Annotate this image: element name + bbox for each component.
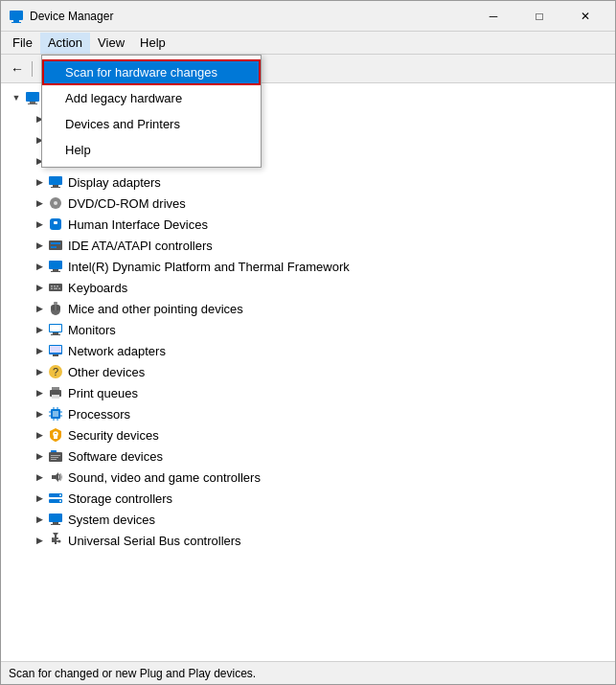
svg-rect-39: [54, 302, 57, 305]
system-expand[interactable]: [32, 512, 47, 527]
svg-rect-4: [30, 102, 35, 103]
toolbar-separator: [32, 61, 33, 77]
keyboards-icon: [47, 279, 64, 296]
software-expand[interactable]: [32, 448, 47, 464]
hid-expand[interactable]: [32, 217, 47, 232]
svg-rect-33: [51, 288, 53, 290]
tree-item-security[interactable]: Security devices: [24, 424, 615, 445]
keyboards-expand[interactable]: [32, 280, 47, 295]
svg-marker-78: [53, 533, 58, 537]
tree-item-mice[interactable]: Mice and other pointing devices: [24, 298, 615, 319]
dropdown-add-legacy[interactable]: Add legacy hardware: [42, 85, 261, 111]
tree-item-storage[interactable]: Storage controllers: [24, 488, 615, 509]
svg-point-20: [54, 201, 57, 205]
tree-item-network[interactable]: Network adapters: [24, 340, 615, 361]
network-expand[interactable]: [32, 343, 47, 358]
tree-item-dvd[interactable]: DVD/CD-ROM drives: [24, 193, 615, 214]
software-icon: [47, 447, 64, 465]
svg-rect-34: [54, 288, 57, 290]
mice-expand[interactable]: [32, 301, 47, 316]
tree-item-system[interactable]: System devices: [24, 509, 615, 530]
display-expand[interactable]: [32, 174, 47, 190]
processors-expand[interactable]: [32, 406, 47, 422]
security-expand[interactable]: [32, 427, 47, 443]
minimize-button[interactable]: ─: [471, 4, 515, 29]
action-dropdown-menu: Scan for hardware changes Add legacy har…: [41, 55, 262, 168]
status-bar: Scan for changed or new Plug and Play de…: [1, 661, 615, 684]
svg-rect-3: [26, 92, 39, 102]
monitors-label: Monitors: [68, 323, 116, 337]
usb-expand[interactable]: [32, 533, 47, 548]
display-icon: [47, 173, 64, 191]
print-expand[interactable]: [32, 385, 47, 400]
svg-rect-29: [49, 284, 62, 291]
security-icon: [47, 426, 64, 444]
svg-rect-66: [51, 455, 60, 456]
svg-rect-35: [58, 288, 60, 290]
menu-action[interactable]: Action: [40, 33, 90, 54]
monitors-expand[interactable]: [32, 322, 47, 337]
back-button[interactable]: ←: [5, 57, 30, 80]
menu-view[interactable]: View: [90, 33, 132, 54]
menu-bar: File Action View Help Scan for hardware …: [1, 32, 615, 55]
mice-icon: [47, 300, 64, 317]
tree-item-sound[interactable]: Sound, video and game controllers: [24, 467, 615, 488]
dvd-expand[interactable]: [32, 195, 47, 211]
root-expand-arrow[interactable]: [9, 90, 24, 105]
svg-rect-28: [51, 271, 60, 272]
svg-rect-41: [50, 325, 61, 331]
device-tree[interactable]: DESKTOP-USER Cameras Computer: [1, 83, 615, 661]
svg-rect-42: [53, 332, 58, 334]
tree-item-intel[interactable]: Intel(R) Dynamic Platform and Thermal Fr…: [24, 256, 615, 277]
storage-expand[interactable]: [32, 491, 47, 506]
sound-expand[interactable]: [32, 469, 47, 485]
other-icon: ?: [47, 363, 64, 380]
tree-item-monitors[interactable]: Monitors: [24, 319, 615, 340]
svg-rect-24: [51, 242, 60, 244]
sound-label: Sound, video and game controllers: [68, 470, 261, 485]
tree-item-print[interactable]: Print queues: [24, 382, 615, 403]
menu-file[interactable]: File: [5, 33, 40, 54]
window-title: Device Manager: [30, 10, 471, 23]
storage-label: Storage controllers: [68, 491, 172, 506]
tree-item-display[interactable]: Display adapters: [24, 171, 615, 193]
tree-item-ide[interactable]: IDE ATA/ATAPI controllers: [24, 235, 615, 256]
monitors-icon: [47, 321, 64, 338]
hid-label: Human Interface Devices: [68, 217, 208, 232]
title-bar: Device Manager ─ □ ✕: [1, 1, 615, 32]
ide-icon: [47, 237, 64, 254]
other-expand[interactable]: [32, 364, 47, 379]
svg-point-72: [59, 494, 61, 496]
svg-rect-1: [13, 20, 19, 22]
svg-rect-16: [49, 176, 62, 185]
dropdown-scan-hardware[interactable]: Scan for hardware changes: [42, 59, 261, 85]
tree-item-usb[interactable]: Universal Serial Bus controllers: [24, 530, 615, 551]
svg-rect-53: [53, 411, 58, 417]
svg-rect-75: [53, 522, 58, 524]
svg-rect-76: [51, 524, 60, 525]
svg-rect-25: [51, 246, 57, 248]
svg-rect-82: [52, 537, 54, 539]
svg-rect-0: [10, 11, 23, 20]
close-button[interactable]: ✕: [563, 4, 607, 29]
processors-icon: [47, 405, 64, 422]
intel-label: Intel(R) Dynamic Platform and Thermal Fr…: [68, 260, 350, 274]
svg-rect-32: [57, 285, 58, 287]
dropdown-help[interactable]: Help: [42, 137, 261, 163]
tree-children: Cameras Computer Disk drives: [5, 108, 615, 551]
tree-item-software[interactable]: Software devices: [24, 445, 615, 467]
tree-item-keyboards[interactable]: Keyboards: [24, 277, 615, 298]
svg-rect-45: [50, 346, 61, 353]
menu-help[interactable]: Help: [132, 33, 173, 54]
svg-text:?: ?: [53, 366, 58, 377]
tree-item-other[interactable]: ? Other devices: [24, 361, 615, 382]
ide-expand[interactable]: [32, 238, 47, 253]
maximize-button[interactable]: □: [517, 4, 561, 29]
status-text: Scan for changed or new Plug and Play de…: [9, 667, 256, 680]
tree-item-processors[interactable]: Processors: [24, 403, 615, 424]
window-controls: ─ □ ✕: [471, 4, 607, 29]
dropdown-devices-printers[interactable]: Devices and Printers: [42, 111, 261, 137]
tree-item-hid[interactable]: Human Interface Devices: [24, 214, 615, 235]
system-label: System devices: [68, 513, 155, 527]
intel-expand[interactable]: [32, 259, 47, 274]
